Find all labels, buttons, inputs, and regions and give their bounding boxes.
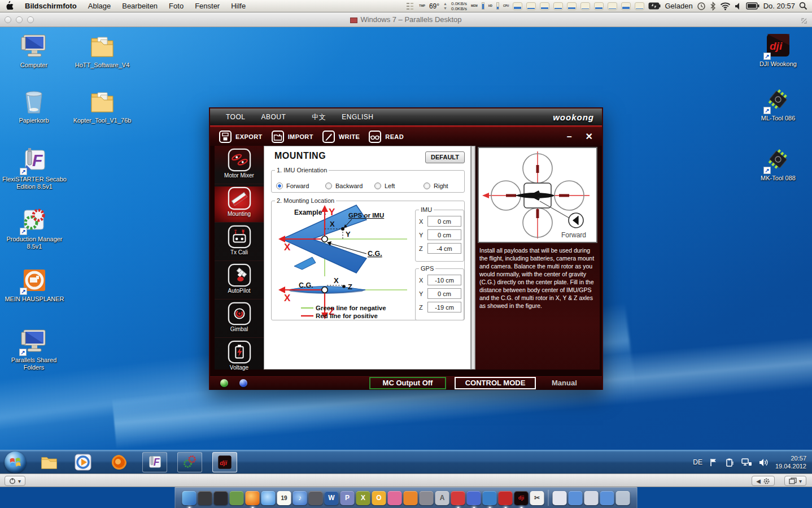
sidebar-item-mounting[interactable]: Mounting bbox=[215, 186, 264, 223]
cpu-graph[interactable] bbox=[513, 2, 522, 10]
cpu-graph[interactable] bbox=[540, 2, 549, 10]
desktop-icon-flexistarter[interactable]: F ↗ FlexiSTARTER Secabo Edition 8.5v1 bbox=[0, 147, 69, 190]
time-machine-icon[interactable] bbox=[697, 2, 706, 11]
desktop-icon-production-manager[interactable]: ↗ Production Manager 8.5v1 bbox=[0, 207, 69, 250]
dock-icon-orange-app[interactable] bbox=[404, 491, 418, 505]
dock-icon-itunes[interactable]: ♪ bbox=[293, 491, 307, 505]
app-minimize-button[interactable]: – bbox=[567, 132, 572, 142]
sidebar-item-autopilot[interactable]: AutoPilot bbox=[215, 263, 264, 299]
default-button[interactable]: DEFAULT bbox=[425, 151, 465, 163]
spotlight-search-icon[interactable] bbox=[799, 2, 807, 10]
dock-icon-stack-apps[interactable] bbox=[584, 491, 599, 505]
dock-icon-tiles-app[interactable] bbox=[230, 491, 244, 505]
dock-icon-utility-app[interactable] bbox=[420, 491, 434, 505]
menu-ablage[interactable]: Ablage bbox=[82, 2, 116, 10]
action-center-flag-icon[interactable] bbox=[709, 458, 718, 467]
network-icon[interactable] bbox=[741, 458, 752, 467]
dock-icon-safari[interactable] bbox=[261, 491, 276, 505]
battery-menu-icon[interactable] bbox=[746, 2, 759, 10]
desktop-icon-parallels-shared[interactable]: ↗ Parallels Shared Folders bbox=[2, 328, 66, 371]
taskbar-media-player[interactable] bbox=[73, 453, 93, 472]
dock-icon-folder-downloads[interactable] bbox=[569, 491, 583, 505]
dock-icon-launchpad[interactable] bbox=[214, 491, 228, 505]
imu-x-input[interactable] bbox=[427, 216, 461, 227]
dock-icon-automator[interactable]: A bbox=[435, 491, 449, 505]
app-close-button[interactable]: ✕ bbox=[586, 131, 593, 142]
sidebar-item-tx-cali[interactable]: Tx Cali bbox=[215, 225, 264, 261]
desktop-icon-hott-software[interactable]: HoTT_Software_V4 bbox=[68, 33, 137, 69]
menubar-clock[interactable]: Do. 20:57 bbox=[763, 2, 795, 10]
desktop-icon-kopter-tool[interactable]: Kopter_Tool_V1_76b bbox=[67, 88, 138, 124]
cpu-graph[interactable] bbox=[621, 2, 631, 10]
gps-z-input[interactable] bbox=[427, 302, 461, 312]
parallels-device-icon[interactable] bbox=[725, 458, 735, 467]
taskbar-dji-assistant[interactable]: dji bbox=[212, 452, 237, 472]
cpu-graph[interactable] bbox=[608, 2, 617, 10]
menu-fenster[interactable]: Fenster bbox=[189, 2, 225, 10]
imu-z-input[interactable] bbox=[427, 243, 461, 254]
dock-icon-parallels[interactable] bbox=[451, 491, 465, 505]
dock-icon-firefox[interactable] bbox=[246, 491, 260, 505]
cpu-graph[interactable] bbox=[553, 2, 563, 10]
radio-right[interactable]: Right bbox=[424, 183, 448, 189]
taskbar-production-manager[interactable] bbox=[177, 452, 202, 472]
menu-bearbeiten[interactable]: Bearbeiten bbox=[116, 2, 163, 10]
dock-icon-trash[interactable] bbox=[616, 491, 630, 505]
dock-icon-world-app[interactable] bbox=[198, 491, 212, 505]
network-rates[interactable]: 0.0KB/s 0.0KB/s bbox=[451, 1, 467, 11]
menu-chinese[interactable]: 中文 bbox=[312, 112, 326, 122]
cpu-graph[interactable] bbox=[526, 2, 536, 10]
import-button[interactable]: IMPORT bbox=[272, 131, 313, 143]
dock-icon-grab[interactable]: ✂ bbox=[530, 491, 544, 505]
vm-settings-button[interactable]: ◀ bbox=[752, 476, 775, 486]
dock-icon-calendar[interactable]: 19 bbox=[277, 491, 291, 505]
desktop-icon-computer[interactable]: Computer bbox=[2, 33, 66, 69]
read-button[interactable]: READ bbox=[369, 131, 404, 143]
panel-scrollbar[interactable] bbox=[471, 146, 475, 370]
vm-power-button[interactable]: ▾ bbox=[5, 476, 25, 486]
dock-icon-pink-app[interactable] bbox=[388, 491, 402, 505]
dock-icon-blue-app[interactable] bbox=[483, 491, 497, 505]
hd-gauge[interactable] bbox=[496, 2, 499, 10]
dock-icon-dji-assistant[interactable]: dji bbox=[514, 491, 529, 505]
dock-icon-stack-documents[interactable] bbox=[553, 491, 567, 505]
export-button[interactable]: EXPORT bbox=[219, 131, 263, 143]
gps-y-input[interactable] bbox=[427, 288, 461, 299]
cpu-graph[interactable] bbox=[580, 2, 590, 10]
dock-icon-powerpoint[interactable]: P bbox=[340, 491, 355, 505]
taskbar-firefox[interactable] bbox=[110, 453, 129, 472]
parallels-titlebar[interactable]: Windows 7 – Parallels Desktop bbox=[0, 12, 812, 27]
volume-icon[interactable] bbox=[735, 2, 742, 10]
resize-corner-icon[interactable] bbox=[801, 18, 807, 24]
desktop-icon-mein-hausplaner[interactable]: ↗ MEIN HAUSPLANER bbox=[0, 267, 69, 303]
taskbar-explorer[interactable] bbox=[40, 453, 59, 472]
write-button[interactable]: WRITE bbox=[322, 131, 360, 143]
tray-clock[interactable]: 20:57 19.04.2012 bbox=[775, 454, 806, 470]
menu-about[interactable]: ABOUT bbox=[261, 113, 286, 121]
temperature-value[interactable]: 69° bbox=[429, 2, 439, 10]
cpu-graph[interactable] bbox=[567, 2, 577, 10]
menu-tool[interactable]: TOOL bbox=[226, 113, 245, 121]
sidebar-item-voltage[interactable]: Voltage bbox=[215, 340, 264, 376]
radio-forward[interactable]: Forward bbox=[276, 183, 325, 189]
cpu-graph[interactable] bbox=[594, 2, 604, 10]
menu-english[interactable]: ENGLISH bbox=[342, 113, 373, 121]
wifi-icon[interactable] bbox=[720, 2, 731, 10]
mem-gauge[interactable] bbox=[482, 2, 484, 10]
menu-foto[interactable]: Foto bbox=[163, 2, 189, 10]
menu-hilfe[interactable]: Hilfe bbox=[225, 2, 251, 10]
sidebar-item-gimbal[interactable]: Gimbal bbox=[215, 302, 264, 338]
imu-y-input[interactable] bbox=[427, 229, 461, 240]
bluetooth-icon[interactable] bbox=[710, 2, 716, 11]
desktop-icon-mk-tool[interactable]: ↗ MK-Tool 088 bbox=[746, 146, 810, 182]
vm-view-mode-button[interactable]: ▾ bbox=[784, 476, 806, 486]
radio-left[interactable]: Left bbox=[374, 183, 424, 189]
language-indicator[interactable]: DE bbox=[693, 458, 702, 466]
dock-icon-word[interactable]: W bbox=[325, 491, 339, 505]
dock-icon-folder-media[interactable] bbox=[600, 491, 614, 505]
dock-icon-office[interactable]: O bbox=[372, 491, 386, 505]
battery-charging-icon[interactable] bbox=[648, 2, 661, 10]
dock-icon-excel[interactable]: X bbox=[356, 491, 370, 505]
istat-menus-icon[interactable] bbox=[406, 2, 415, 10]
speaker-icon[interactable] bbox=[759, 458, 769, 467]
